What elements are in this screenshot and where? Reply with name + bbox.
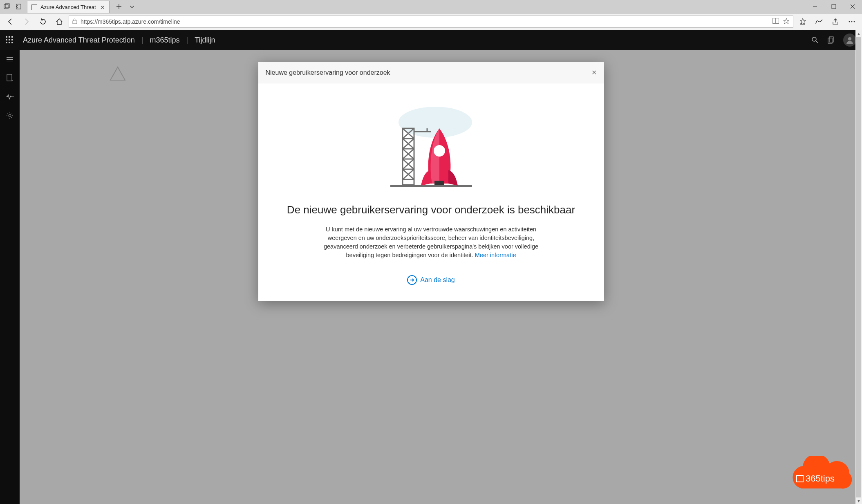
window-close-button[interactable] (843, 0, 862, 13)
modal-get-started-button[interactable]: Aan de slag (407, 275, 455, 285)
browser-tab-active[interactable]: Azure Advanced Threat ✕ (27, 1, 110, 13)
tab-actions-icon[interactable] (2, 1, 12, 12)
new-tab-button[interactable] (114, 1, 124, 12)
svg-point-7 (849, 21, 850, 22)
modal-learn-more-link[interactable]: Meer informatie (475, 252, 516, 258)
url-text: https://m365tips.atp.azure.com/timeline (81, 18, 180, 25)
browser-tabbar: Azure Advanced Threat ✕ (0, 0, 862, 13)
set-aside-tabs-icon[interactable] (13, 1, 24, 12)
share-icon[interactable] (828, 15, 842, 29)
svg-point-9 (854, 21, 855, 22)
window-minimize-button[interactable] (806, 0, 824, 13)
home-button[interactable] (52, 15, 66, 29)
notes-icon[interactable] (812, 15, 826, 29)
refresh-button[interactable] (36, 15, 50, 29)
arrow-circle-icon (407, 275, 417, 285)
page-icon (31, 4, 37, 10)
svg-point-8 (851, 21, 853, 22)
back-button[interactable] (3, 15, 17, 29)
svg-rect-6 (776, 18, 779, 23)
rocket-illustration (378, 100, 484, 190)
svg-rect-4 (73, 21, 77, 24)
svg-text:365tips: 365tips (806, 473, 835, 484)
tab-title: Azure Advanced Threat (40, 4, 96, 10)
modal-title: Nieuwe gebruikerservaring voor onderzoek (266, 69, 390, 76)
modal-close-button[interactable]: ✕ (591, 69, 597, 76)
tab-dropdown-icon[interactable] (127, 1, 137, 12)
modal-body-text: U kunt met de nieuwe ervaring al uw vert… (317, 225, 546, 260)
reading-view-icon[interactable] (772, 18, 779, 26)
svg-rect-3 (832, 4, 836, 9)
favorites-list-icon[interactable] (796, 15, 810, 29)
tab-close-icon[interactable]: ✕ (96, 4, 105, 11)
svg-point-20 (434, 145, 445, 157)
watermark-logo: 365tips (785, 456, 855, 497)
modal-heading: De nieuwe gebruikerservaring voor onderz… (283, 204, 580, 216)
modal-backdrop: Nieuwe gebruikerservaring voor onderzoek… (0, 30, 862, 504)
favorites-star-icon[interactable] (783, 18, 790, 26)
svg-rect-5 (773, 18, 776, 23)
svg-rect-2 (16, 4, 21, 9)
address-bar[interactable]: https://m365tips.atp.azure.com/timeline (69, 16, 793, 28)
more-button[interactable] (845, 15, 859, 29)
forward-button[interactable] (20, 15, 34, 29)
browser-toolbar: https://m365tips.atp.azure.com/timeline (0, 13, 862, 30)
svg-rect-21 (434, 181, 444, 185)
lock-icon (72, 18, 77, 25)
window-maximize-button[interactable] (824, 0, 843, 13)
onboarding-modal: Nieuwe gebruikerservaring voor onderzoek… (258, 62, 604, 301)
modal-cta-label: Aan de slag (420, 276, 455, 284)
